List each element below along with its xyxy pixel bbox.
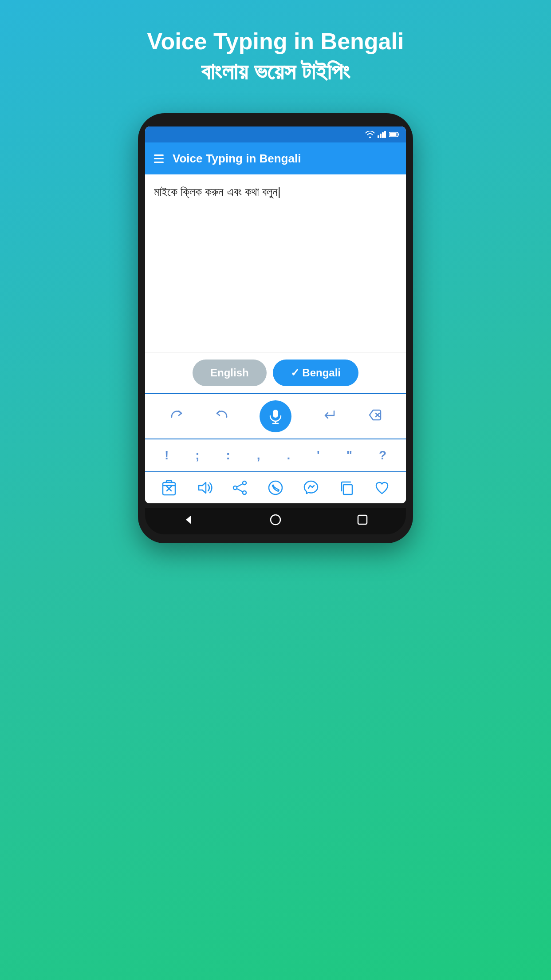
backspace-button[interactable]: [367, 407, 382, 426]
share-button[interactable]: [232, 479, 248, 496]
typed-text: মাইকে ক্লিক করুন এবং কথা বলুন|: [154, 183, 397, 201]
punct-question[interactable]: ?: [374, 447, 391, 464]
svg-line-20: [237, 484, 243, 487]
svg-point-18: [233, 486, 237, 490]
punct-apostrophe[interactable]: ': [312, 447, 324, 464]
status-icons: [365, 131, 400, 138]
nav-recents[interactable]: [356, 514, 369, 529]
clear-button[interactable]: [161, 479, 177, 496]
phone-mockup: Voice Typing in Bengali মাইকে ক্লিক করুন…: [138, 113, 413, 543]
svg-rect-23: [343, 485, 352, 494]
svg-rect-7: [273, 410, 278, 418]
wifi-icon: [365, 131, 375, 138]
undo-button[interactable]: [214, 407, 229, 426]
svg-line-21: [237, 489, 243, 492]
nav-bar: [145, 508, 406, 534]
nav-back[interactable]: [182, 514, 195, 529]
title-line2: বাংলায় ভয়েস টাইপিং: [147, 57, 404, 87]
svg-rect-2: [382, 132, 384, 138]
hamburger-menu[interactable]: [154, 154, 164, 163]
actions-row: [145, 471, 406, 503]
favorite-button[interactable]: [374, 479, 390, 496]
status-bar: [145, 126, 406, 142]
svg-marker-24: [186, 515, 191, 524]
punct-semicolon[interactable]: ;: [191, 447, 204, 464]
speaker-button[interactable]: [196, 479, 213, 496]
svg-rect-5: [398, 134, 400, 136]
punct-period[interactable]: .: [282, 447, 295, 464]
page-header: Voice Typing in Bengali বাংলায় ভয়েস টা…: [147, 27, 404, 87]
title-line1: Voice Typing in Bengali: [147, 27, 404, 57]
toolbar-row: [145, 393, 406, 439]
punct-colon[interactable]: :: [221, 447, 234, 464]
svg-rect-26: [358, 515, 367, 524]
battery-icon: [389, 131, 400, 138]
app-bar: Voice Typing in Bengali: [145, 142, 406, 174]
mic-button[interactable]: [260, 400, 291, 432]
text-area[interactable]: মাইকে ক্লিক করুন এবং কথা বলুন|: [145, 174, 406, 352]
svg-point-25: [271, 515, 280, 525]
punct-exclamation[interactable]: !: [160, 447, 173, 464]
punct-comma[interactable]: ,: [252, 447, 265, 464]
svg-rect-1: [380, 134, 382, 138]
english-button[interactable]: English: [193, 360, 267, 386]
punct-quote[interactable]: ": [342, 447, 357, 464]
messenger-button[interactable]: [303, 479, 319, 496]
svg-point-19: [243, 491, 246, 494]
bengali-button[interactable]: ✓ Bengali: [273, 360, 358, 386]
enter-button[interactable]: [322, 407, 337, 426]
svg-rect-0: [378, 135, 379, 138]
svg-rect-3: [384, 131, 386, 138]
svg-rect-6: [390, 133, 397, 136]
punctuation-row: ! ; : , . ' " ?: [145, 439, 406, 471]
signal-icon: [378, 131, 386, 138]
whatsapp-button[interactable]: [267, 479, 284, 496]
svg-marker-16: [199, 482, 206, 493]
phone-screen: Voice Typing in Bengali মাইকে ক্লিক করুন…: [145, 126, 406, 503]
svg-point-17: [243, 481, 246, 485]
nav-home[interactable]: [269, 514, 282, 529]
redo-button[interactable]: [169, 407, 184, 426]
app-title: Voice Typing in Bengali: [173, 152, 301, 166]
language-selector: English ✓ Bengali: [145, 352, 406, 393]
copy-button[interactable]: [338, 479, 355, 496]
